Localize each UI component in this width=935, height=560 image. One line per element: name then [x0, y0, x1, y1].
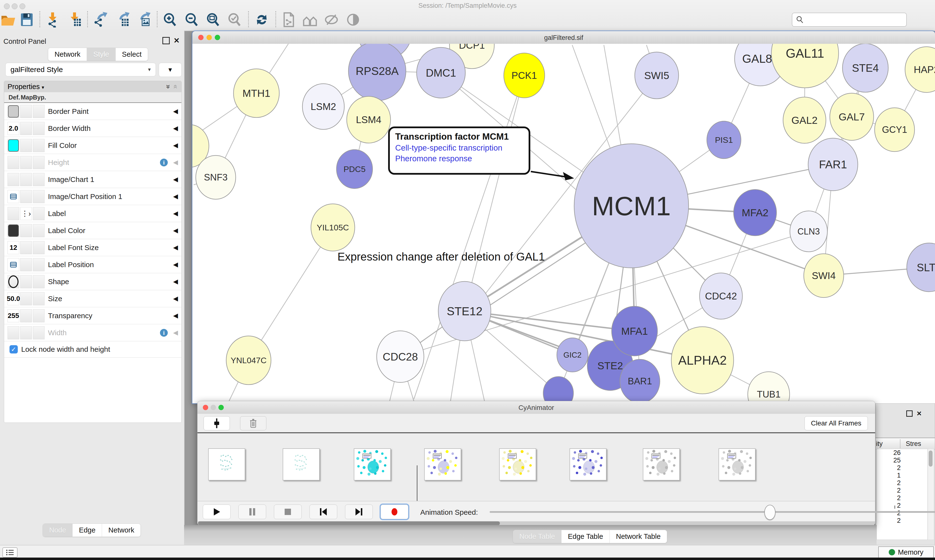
scrollbar-thumb[interactable] [198, 521, 500, 525]
table-row[interactable]: 25 [877, 457, 927, 464]
frame-thumbnail-7[interactable] [643, 448, 680, 480]
byp-cell[interactable] [33, 156, 45, 169]
style-select[interactable]: galFiltered Style ▾ [5, 63, 156, 76]
property-row-label-color[interactable]: Label Color◀ [4, 222, 181, 239]
property-row-label-position[interactable]: Label Position◀ [4, 256, 181, 273]
expand-property-icon[interactable]: ◀ [173, 175, 178, 183]
style-options-button[interactable]: ▼ [159, 63, 182, 77]
lock-node-size-row[interactable]: ✓ Lock node width and height [4, 341, 181, 358]
delete-frame-button[interactable] [240, 416, 266, 430]
collapse-all-icon[interactable]: « [172, 85, 180, 89]
property-row-border-width[interactable]: 2.0Border Width◀ [4, 120, 181, 137]
info-icon[interactable]: i [160, 158, 168, 166]
byp-cell[interactable] [33, 190, 45, 203]
properties-header[interactable]: Properties ▾ » « [4, 81, 181, 92]
property-row-image-chart-1[interactable]: Image/Chart 1◀ [4, 171, 181, 188]
search-box[interactable] [792, 13, 907, 27]
table-row[interactable]: 2 [877, 479, 927, 487]
speed-slider[interactable] [490, 511, 935, 513]
map-cell[interactable] [20, 309, 32, 322]
status-menu-button[interactable] [2, 547, 17, 558]
expand-property-icon[interactable]: ◀ [173, 329, 178, 337]
expand-property-icon[interactable]: ◀ [173, 142, 178, 149]
zoom-in-icon[interactable] [161, 10, 180, 29]
tab-network[interactable]: Network [48, 48, 87, 61]
refresh-icon[interactable] [252, 10, 271, 29]
zoom-selected-icon[interactable] [225, 10, 244, 29]
network-edge[interactable] [414, 75, 524, 399]
byp-cell[interactable] [33, 122, 45, 135]
def-cell[interactable] [8, 173, 19, 186]
column-divider[interactable] [900, 439, 900, 448]
property-row-fill-color[interactable]: Fill Color◀ [4, 137, 181, 154]
byp-cell[interactable] [33, 207, 45, 220]
bottom-tab-node[interactable]: Node [43, 524, 73, 537]
playhead[interactable] [417, 465, 417, 505]
map-cell[interactable] [20, 326, 32, 339]
tab-select[interactable]: Select [116, 48, 148, 61]
byp-cell[interactable] [33, 224, 45, 237]
tab-edge-table[interactable]: Edge Table [562, 530, 610, 543]
property-row-width[interactable]: Widthi◀ [4, 324, 181, 341]
clear-all-frames-button[interactable]: Clear All Frames [804, 416, 868, 430]
zoom-fit-icon[interactable] [204, 10, 223, 29]
expand-property-icon[interactable]: ◀ [173, 227, 178, 234]
map-cell[interactable] [20, 105, 32, 118]
byp-cell[interactable] [33, 258, 45, 271]
vertical-scrollbar[interactable] [928, 449, 934, 540]
property-row-label[interactable]: ⋮›Label◀ [4, 205, 181, 222]
expand-property-icon[interactable]: ◀ [173, 278, 178, 285]
scrollbar-thumb[interactable] [929, 451, 933, 466]
frame-thumbnail-2[interactable] [283, 448, 320, 480]
table-row[interactable]: 26 [877, 449, 927, 457]
export-image-icon[interactable] [134, 10, 153, 29]
zoom-out-icon[interactable] [183, 10, 202, 29]
byp-cell[interactable] [33, 326, 45, 339]
property-row-image-chart-position-1[interactable]: Image/Chart Position 1◀ [4, 188, 181, 205]
annotation-link[interactable]: Pheromone response [395, 154, 523, 163]
def-cell[interactable]: 2.0 [8, 122, 19, 135]
expand-property-icon[interactable]: ◀ [173, 108, 178, 115]
save-icon[interactable] [17, 10, 36, 29]
def-cell[interactable] [8, 275, 19, 288]
memory-button[interactable]: Memory [878, 546, 934, 558]
import-network-icon[interactable] [43, 10, 62, 29]
tab-network-table[interactable]: Network Table [610, 530, 667, 543]
def-cell[interactable]: 12 [8, 241, 19, 254]
horizontal-scrollbar[interactable] [198, 521, 875, 525]
expand-property-icon[interactable]: ◀ [173, 210, 178, 217]
group-icon[interactable] [301, 10, 319, 29]
close-panel-icon[interactable]: ✕ [174, 38, 180, 43]
checkbox-checked-icon[interactable]: ✓ [9, 345, 18, 354]
table-row[interactable]: 2 [877, 509, 927, 517]
close-panel-icon[interactable]: ✕ [916, 411, 922, 417]
float-panel-icon[interactable] [906, 411, 913, 417]
frame-thumbnail-5[interactable] [499, 448, 536, 480]
map-cell[interactable] [20, 156, 32, 169]
timeline[interactable]: 0123456789 Seconds [197, 433, 875, 501]
tab-style[interactable]: Style [87, 48, 116, 61]
frame-thumbnail-8[interactable] [719, 448, 756, 480]
stop-button[interactable] [274, 505, 302, 519]
document-network-icon[interactable] [279, 10, 298, 29]
float-panel-icon[interactable] [162, 37, 170, 44]
cyanimator-titlebar[interactable]: CyAnimator [197, 401, 875, 414]
map-cell[interactable] [20, 258, 32, 271]
hide-icon[interactable] [322, 10, 341, 29]
info-icon[interactable]: i [160, 329, 168, 337]
byp-cell[interactable] [33, 105, 45, 118]
add-frame-button[interactable] [204, 416, 230, 430]
byp-cell[interactable] [33, 309, 45, 322]
skip-forward-button[interactable] [345, 505, 373, 519]
map-cell[interactable] [20, 224, 32, 237]
def-cell[interactable] [8, 190, 19, 203]
byp-cell[interactable] [33, 173, 45, 186]
map-cell[interactable] [20, 275, 32, 288]
table-row[interactable]: 2 [877, 517, 927, 525]
def-cell[interactable]: 255 [8, 309, 19, 322]
property-row-transparency[interactable]: 255Transparency◀ [4, 307, 181, 324]
table-row[interactable]: 2 [877, 502, 927, 509]
pause-button[interactable] [238, 505, 266, 519]
annotation-link[interactable]: Cell-type-specific transcription [395, 143, 523, 152]
export-table-icon[interactable] [113, 10, 132, 29]
